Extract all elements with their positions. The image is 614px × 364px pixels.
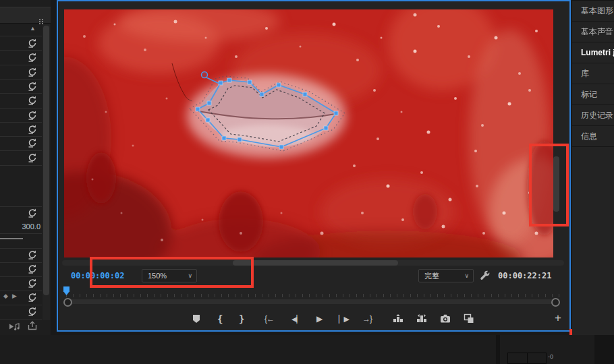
playback-resolution-value: 完整 — [424, 272, 439, 280]
reset-icon — [28, 307, 37, 316]
arrow-left-icon: ← — [267, 313, 274, 324]
reset-icon — [28, 82, 37, 91]
mark-in-button[interactable]: { — [217, 313, 223, 324]
tab-lumetri-color[interactable]: Lumetri 颜 — [572, 42, 614, 63]
reset-icon — [28, 278, 37, 288]
reset-parameter-button[interactable] — [28, 250, 37, 260]
go-to-in-button[interactable]: {← — [264, 313, 274, 324]
extract-icon — [416, 313, 427, 324]
grip-handle-icon[interactable] — [39, 19, 40, 20]
tab-markers[interactable]: 标记 — [572, 84, 614, 105]
reset-icon — [28, 38, 37, 48]
lips-overlay — [187, 74, 346, 158]
tab-essential-sound[interactable]: 基本声音 — [572, 22, 614, 42]
zoom-level-value: 150% — [148, 272, 167, 280]
tab-info[interactable]: 信息 — [572, 126, 614, 147]
reset-icon — [28, 96, 37, 105]
lift-icon — [393, 313, 403, 324]
button-editor-add-button[interactable]: + — [551, 311, 565, 324]
reset-icon — [28, 250, 37, 260]
export-frame-button[interactable] — [440, 313, 451, 324]
tab-essential-graphics[interactable]: 基本图形 — [572, 1, 614, 22]
camera-icon — [440, 313, 451, 324]
duration-timecode: 00:00:22:21 — [498, 272, 551, 280]
step-back-button[interactable]: ◀▏ — [291, 313, 302, 324]
monitor-horizontal-scrollbar-thumb[interactable] — [233, 260, 398, 266]
panel-gap-dark — [594, 335, 614, 364]
reset-parameter-button[interactable] — [28, 111, 37, 120]
video-frame — [64, 9, 553, 257]
reset-icon — [28, 111, 37, 120]
effect-controls-panel: ▲ 300.0 ◆ ▶ — [0, 0, 51, 335]
extract-button[interactable] — [416, 313, 427, 324]
monitor-zoom-scrollbar[interactable] — [66, 299, 560, 304]
go-to-out-button[interactable]: →} — [362, 313, 372, 324]
program-monitor-panel: 00:00:00:02 150% ∨ 完整 ∨ 00:00:22:21 { } … — [57, 0, 571, 332]
reset-icon — [28, 293, 37, 302]
arrow-right-icon: → — [362, 313, 370, 324]
reset-parameter-button[interactable] — [28, 53, 37, 62]
left-panel-scrollbar-thumb[interactable] — [43, 26, 49, 295]
reset-icon — [28, 208, 37, 218]
scroll-up-arrow-icon[interactable]: ▲ — [30, 26, 36, 32]
panel-export-button[interactable] — [28, 321, 38, 333]
reset-icon — [28, 53, 37, 62]
reset-parameter-button[interactable] — [28, 125, 37, 134]
reset-parameter-button[interactable] — [28, 67, 37, 77]
keyframe-icon[interactable]: ◆ — [3, 293, 8, 299]
reset-parameter-button[interactable] — [28, 307, 37, 316]
panel-header-bar[interactable] — [0, 7, 51, 24]
zoom-scrollbar-left-handle[interactable] — [63, 298, 72, 307]
reset-parameter-button[interactable] — [28, 278, 37, 288]
current-timecode[interactable]: 00:00:00:02 — [71, 272, 124, 280]
monitor-vertical-scrollbar[interactable] — [553, 156, 559, 212]
reset-icon — [28, 153, 37, 162]
settings-wrench-button[interactable] — [479, 270, 491, 282]
brace-glyph: } — [370, 313, 372, 324]
step-forward-button[interactable]: ▏▶ — [339, 313, 349, 324]
marker-icon — [191, 313, 202, 324]
reset-parameter-button[interactable] — [28, 82, 37, 91]
chevron-down-icon: ∨ — [188, 270, 192, 282]
mark-out-button[interactable]: } — [239, 313, 244, 324]
reset-parameter-button[interactable] — [28, 293, 37, 302]
zoom-level-select[interactable]: 150% ∨ — [142, 269, 197, 282]
film-frames-icon — [464, 313, 474, 324]
row-dividers — [0, 36, 42, 36]
audio-meter-channel-divider — [527, 353, 528, 364]
tab-libraries[interactable]: 库 — [572, 63, 614, 84]
reset-icon — [28, 125, 37, 134]
monitor-time-ruler[interactable] — [66, 294, 560, 297]
right-panel-tab-stack: 基本图形 基本声音 Lumetri 颜 库 标记 历史记录 信息 — [572, 0, 614, 336]
reset-parameter-button[interactable] — [28, 96, 37, 105]
premiere-workspace: ▲ 300.0 ◆ ▶ — [0, 0, 614, 364]
reset-parameter-button[interactable] — [28, 208, 37, 218]
parameter-slider[interactable] — [0, 238, 23, 239]
add-marker-button[interactable] — [191, 313, 202, 324]
panel-gap-divider — [496, 335, 500, 364]
reset-icon — [28, 67, 37, 77]
reset-icon — [28, 264, 37, 274]
parameter-value[interactable]: 300.0 — [12, 222, 40, 231]
playback-resolution-select[interactable]: 完整 ∨ — [418, 269, 474, 282]
tab-history[interactable]: 历史记录 — [572, 105, 614, 126]
reset-parameter-button[interactable] — [28, 153, 37, 162]
lift-button[interactable] — [393, 313, 403, 324]
mask-rotate-handle[interactable] — [202, 72, 208, 78]
reset-parameter-button[interactable] — [28, 264, 37, 274]
zoom-scrollbar-right-handle[interactable] — [551, 298, 560, 307]
reset-parameter-button[interactable] — [28, 138, 37, 148]
chevron-down-icon: ∨ — [464, 270, 469, 282]
reset-icon — [28, 138, 37, 148]
audio-meter-scale-label: -0 — [548, 354, 553, 360]
comparison-view-button[interactable] — [464, 313, 474, 324]
next-keyframe-icon[interactable]: ▶ — [12, 293, 17, 299]
play-button[interactable]: ▶ — [316, 313, 323, 324]
reset-parameter-button[interactable] — [28, 38, 37, 48]
play-audio-while-scrubbing-button[interactable] — [9, 322, 21, 334]
